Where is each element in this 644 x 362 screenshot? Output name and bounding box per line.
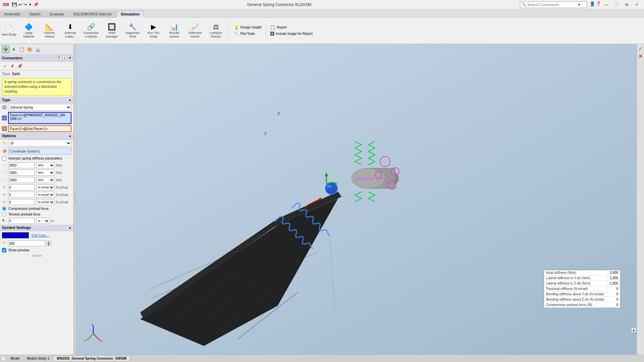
face1-value: Face<1>@PM009387_WN2025_SW SIM<1> [10,113,69,121]
torsional-unit-select[interactable]: N.m/rad [36,184,55,190]
help-question-btn[interactable]: ? [56,56,61,60]
coord-system-row: 🎯 Coordinate System1 [0,147,73,155]
panel-resizer[interactable] [74,44,76,355]
diagnostic-tools-btn[interactable]: 🔧 Diagnostic Tools [123,21,143,40]
options-section-chevron[interactable]: ▲ [68,134,71,137]
display-icon[interactable]: 🎨 [26,46,34,53]
axial-input[interactable] [8,162,35,168]
section-collapse-chevron[interactable]: ▲ [68,56,71,60]
spring-type-select[interactable]: General Spring [8,104,71,111]
new-study-icon: 📄 [5,24,13,33]
show-preview-checkbox[interactable] [2,248,6,252]
edit-color-btn[interactable]: Edit Color... [32,234,49,237]
face1-icon: ◻ [2,116,7,120]
connectors-section-header[interactable]: Connectors ? i ▲ [0,55,73,62]
fixtures-advisor-btn[interactable]: 📐 Fixtures Advisor [40,21,60,40]
lateral-y-unit-select[interactable]: N/m [36,170,55,176]
tab-simulation[interactable]: Simulation [116,11,144,17]
user-icon[interactable]: 👤 [590,1,595,8]
report-btn[interactable]: 📋 Report [269,24,314,30]
info-table-label: Lateral stiffness in Y-dir (N/m): [544,276,607,281]
torsional-input[interactable] [8,184,35,190]
close-btn[interactable]: ✕ [632,1,641,8]
viewport[interactable]: ▶ ⚙ General Spring Connector... 🔍 🔄 ✋ ↖ … [76,44,644,355]
size-input[interactable] [8,240,45,246]
compress-radio[interactable] [2,206,6,211]
qa-pin[interactable]: 📌 [33,2,39,7]
coord-field[interactable]: Coordinate System1 [8,148,71,155]
bending-z-unit-select[interactable]: N.m/rad [36,199,55,205]
tab-sketch[interactable]: Sketch [25,11,45,17]
action-bar: ✓ ✗ 📌 [0,62,73,71]
lateral-z-unit-select[interactable]: N/m [36,177,55,183]
config-icon[interactable]: 📋 [18,46,25,53]
bottom-tab-swsim[interactable]: WN2025_General Spring Connector_SWSIM [53,356,130,361]
deformed-result-btn[interactable]: 📈 Deformed Result [185,21,205,40]
isotropic-checkbox[interactable] [2,156,6,161]
apply-material-btn[interactable]: 🔷 Apply Material [19,21,39,40]
size-down-btn[interactable]: ▼ [46,243,51,246]
restore-btn[interactable]: ⬜ [612,1,621,8]
svg-text:z: z [264,130,267,136]
axial-unit-select[interactable]: N/m [36,162,55,168]
feature-tree-icon[interactable]: 🌳 [2,46,9,53]
face1-input[interactable]: Face<1>@PM009387_WN2025_SW SIM<1> [8,112,71,124]
color-swatch[interactable] [2,232,29,238]
symbol-section-header[interactable]: Symbol Settings ▲ [0,225,73,231]
maximize-btn[interactable]: ⧉ [622,1,631,8]
qa-save[interactable]: 💾 [12,2,17,7]
bending-y-unit-select[interactable]: N.m/rad [36,192,55,198]
properties-icon[interactable]: ≡ [10,46,17,53]
units-select[interactable]: SI [8,140,71,146]
lateral-z-input[interactable] [8,177,35,183]
tab-addins[interactable]: SOLIDWORKS Add-Ins [69,11,116,17]
tension-radio[interactable] [2,212,6,217]
minimize-btn[interactable]: — [602,1,611,8]
tab-assembly[interactable]: Assembly [0,11,25,17]
right-confirm-btn[interactable]: ✓ [638,46,644,52]
plot-tools-icon: 📉 [234,31,239,36]
connections-advisor-btn[interactable]: 🔗 Connections Advisor [81,21,101,40]
external-loads-btn[interactable]: ⬇ External Loads... [60,21,80,40]
pin-btn[interactable]: 📌 [17,63,23,69]
confirm-btn[interactable]: ✓ [2,63,8,69]
run-study-btn[interactable]: ▶ Run This Study [144,21,164,40]
apply-material-icon: 🔷 [24,23,33,31]
help-icon[interactable]: ❓ [596,1,601,8]
options-section-header[interactable]: Options ▲ [0,133,73,139]
results-advisor-btn[interactable]: 📊 Results Advisor [164,21,184,40]
lateral-y-input[interactable] [8,170,35,176]
shell-manager-btn[interactable]: 🔲 Shell Manager [102,21,122,40]
preload-input[interactable] [8,218,35,224]
design-insight-btn[interactable]: 💡 Design Insight [232,24,263,30]
table-scroll-up-btn[interactable]: ▲ [631,328,636,333]
include-image-btn[interactable]: 🖼 Include Image for Report [269,31,314,37]
preload-unit-select[interactable]: N [36,218,50,224]
type-section-chevron[interactable]: ▲ [68,98,71,102]
compare-results-btn[interactable]: ⚖ Compare Results [206,21,226,40]
size-up-btn[interactable]: ▲ [46,241,51,243]
tab-evaluate[interactable]: Evaluate [45,11,68,17]
page-view-icon[interactable]: 📄 [1,357,5,360]
bottom-tab-motion[interactable]: Motion Study 1 [23,356,53,361]
search-input[interactable] [527,3,578,7]
right-cancel-btn[interactable]: ✕ [638,53,644,59]
new-study-btn[interactable]: 📄 New Study [0,21,18,40]
search-bar[interactable]: 🔍 ▼ [520,1,587,8]
type-section-header[interactable]: Type ▲ [0,97,73,103]
sim-tree-icon[interactable]: 🔬 [34,46,42,53]
symbol-section-chevron[interactable]: ▲ [68,226,71,229]
bottom-tab-model[interactable]: Model [7,356,23,361]
qa-undo[interactable]: ↩ [18,2,22,7]
units-icon: 📏 [2,141,7,145]
face2-input[interactable]: Face<2>@End Piece<1> [8,125,71,132]
plot-tools-btn[interactable]: 📉 Plot Tools [232,31,263,37]
results-advisor-label: Results Advisor [166,31,183,39]
help-info-btn[interactable]: i [62,56,67,60]
search-dropdown-icon[interactable]: ▼ [578,3,581,6]
bending-z-input[interactable] [8,199,35,205]
cancel-btn[interactable]: ✗ [9,63,15,69]
qa-options[interactable]: ▼ [29,3,32,6]
bending-y-input[interactable] [8,192,35,198]
qa-redo[interactable]: ↪ [23,2,27,7]
